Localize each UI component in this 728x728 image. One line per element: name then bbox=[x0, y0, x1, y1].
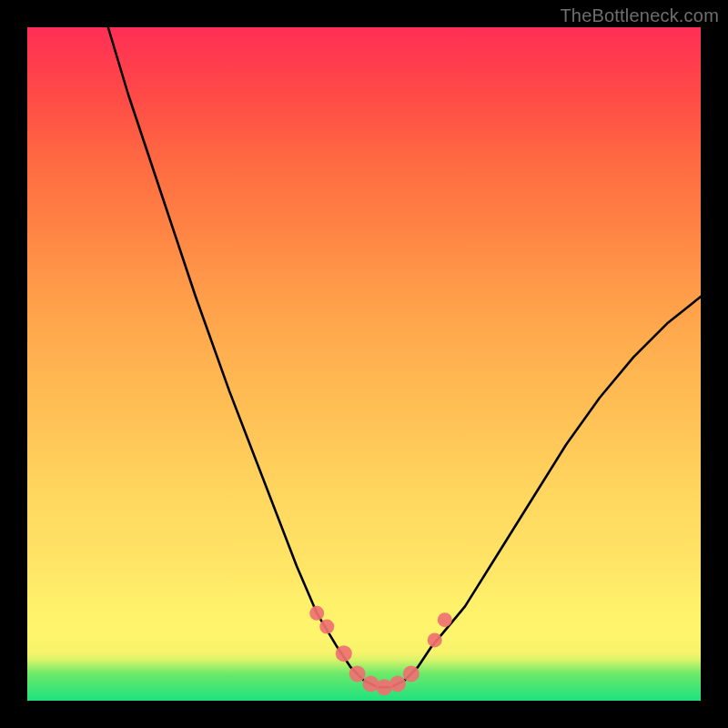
chart-svg bbox=[27, 27, 701, 701]
curve-marker bbox=[389, 676, 406, 693]
curve-marker bbox=[319, 620, 334, 634]
curve-marker bbox=[309, 606, 324, 621]
curve-marker bbox=[438, 612, 452, 627]
curve-marker bbox=[403, 665, 420, 682]
curve-marker bbox=[336, 645, 352, 662]
watermark-text: TheBottleneck.com bbox=[560, 5, 719, 26]
curve-marker bbox=[349, 665, 366, 682]
curve-marker bbox=[428, 632, 442, 647]
plot-area bbox=[27, 27, 701, 701]
chart-frame: TheBottleneck.com bbox=[0, 0, 728, 728]
curve-markers bbox=[309, 606, 452, 695]
bottleneck-curve bbox=[108, 27, 701, 687]
